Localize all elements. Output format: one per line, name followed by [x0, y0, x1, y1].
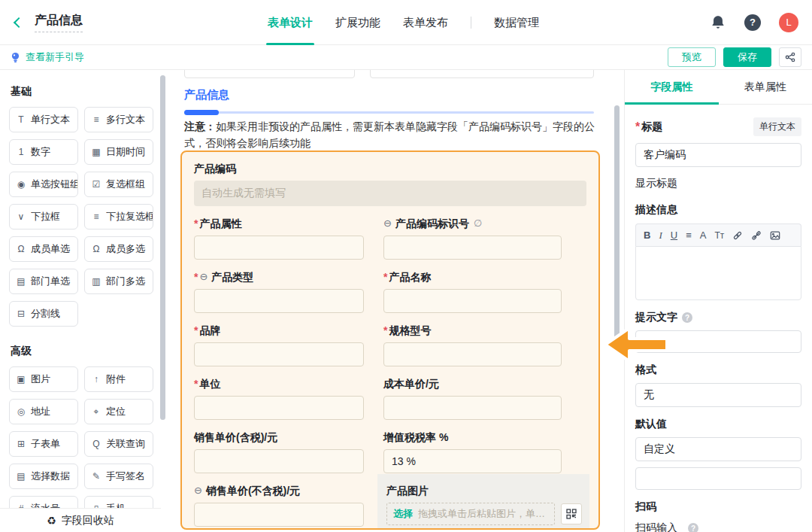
preview-button[interactable]: 预览	[668, 47, 716, 67]
dropdown-icon: ∨	[16, 211, 26, 222]
canvas-scrollbar[interactable]	[614, 105, 620, 339]
canvas-section-title[interactable]: 产品信息	[184, 88, 229, 102]
field-type-department-single[interactable]: ▤部门单选	[9, 269, 78, 294]
scan-section-label: 扫码	[635, 500, 656, 514]
field-type-attachment[interactable]: ↑附件	[84, 366, 153, 392]
lightbulb-icon	[11, 52, 20, 63]
app-header: 产品信息 表单设计 扩展功能 表单发布 数据管理 ? L	[0, 0, 812, 45]
tab-field-properties[interactable]: 字段属性	[625, 70, 719, 104]
field-type-signature[interactable]: ✎手写签名	[84, 464, 153, 489]
vat-rate-input[interactable]	[383, 449, 562, 473]
product-info-group-selected[interactable]: 产品编码 自动生成无需填写 *产品属性 ⊖产品编码标识号∅ *⊖产品类型 *产品…	[180, 150, 600, 530]
chevron-left-icon	[14, 17, 24, 27]
clipped-input-left[interactable]	[184, 70, 355, 78]
field-type-location[interactable]: ⌖定位	[84, 399, 153, 424]
product-code-input-disabled: 自动生成无需填写	[194, 181, 586, 206]
field-type-radio-group[interactable]: ◉单选按钮组	[9, 172, 78, 197]
tab-data-management[interactable]: 数据管理	[494, 0, 539, 45]
field-type-number[interactable]: 1数字	[9, 139, 78, 165]
field-type-dropdown[interactable]: ∨下拉框	[9, 204, 78, 230]
avatar[interactable]: L	[779, 13, 798, 32]
qr-scan-button[interactable]	[561, 503, 582, 524]
save-button[interactable]: 保存	[723, 47, 771, 67]
share-button[interactable]	[779, 47, 801, 67]
database-icon: ▤	[16, 471, 26, 482]
field-type-select-data[interactable]: ▤选择数据	[9, 464, 78, 489]
product-type-select[interactable]	[194, 289, 364, 313]
default-value-input[interactable]	[635, 467, 801, 490]
tab-form-publish[interactable]: 表单发布	[403, 0, 448, 45]
upload-select-link[interactable]: 选择	[393, 507, 413, 521]
field-label-spec-model: *规格型号	[383, 323, 586, 338]
link-icon: ⊖	[199, 269, 208, 284]
field-type-dropdown-multi[interactable]: ≡下拉复选框	[84, 204, 153, 230]
properties-panel: 字段属性 表单属性 * 标题 单行文本 显示标题 描述信息 B I U ≡ A …	[624, 70, 812, 532]
product-attribute-select[interactable]	[194, 236, 364, 260]
field-type-subform[interactable]: ⊞子表单	[9, 431, 78, 457]
sale-price-untaxed-input[interactable]	[194, 503, 364, 527]
field-type-single-line-text[interactable]: T单行文本	[9, 107, 78, 132]
upload-icon: ↑	[91, 374, 102, 385]
field-type-address[interactable]: ◎地址	[9, 399, 78, 424]
title-value-input[interactable]	[635, 143, 801, 167]
show-title-label: 显示标题	[635, 177, 677, 190]
richtext-toolbar: B I U ≡ A Tт	[635, 223, 801, 246]
field-type-related-query[interactable]: Q关联查询	[84, 431, 153, 457]
department-icon: ▤	[16, 276, 26, 287]
unit-select[interactable]	[194, 396, 364, 420]
field-type-member-single[interactable]: Ω成员单选	[9, 236, 78, 262]
italic-icon[interactable]: I	[659, 230, 662, 242]
field-label-product-image: 产品图片	[386, 483, 582, 498]
product-name-input[interactable]	[383, 289, 562, 313]
clipped-input-right[interactable]	[370, 70, 594, 78]
back-button[interactable]	[12, 16, 26, 29]
link-icon[interactable]	[732, 230, 743, 241]
font-color-icon[interactable]: A	[700, 230, 707, 241]
tab-form-design[interactable]: 表单设计	[268, 0, 313, 45]
bold-icon[interactable]: B	[644, 230, 650, 241]
brand-input[interactable]	[194, 342, 364, 366]
align-icon[interactable]: ≡	[686, 230, 692, 241]
qr-code-icon	[566, 509, 577, 519]
field-type-divider[interactable]: ⊟分割线	[9, 301, 78, 327]
field-label-product-code-id: ⊖产品编码标识号∅	[383, 216, 586, 231]
form-title[interactable]: 产品信息	[35, 13, 83, 32]
field-type-multi-line-text[interactable]: ≡多行文本	[84, 107, 153, 132]
radio-icon: ◉	[16, 179, 26, 190]
spec-model-input[interactable]	[383, 342, 562, 366]
hint-text-input[interactable]	[635, 330, 801, 353]
field-recycle-bin[interactable]: ♻ 字段回收站	[0, 508, 161, 532]
product-code-id-input[interactable]	[383, 236, 562, 260]
link-icon: ⊖	[383, 216, 392, 231]
field-type-datetime[interactable]: ▦日期时间	[84, 139, 153, 165]
field-type-checkbox-group[interactable]: ☑复选框组	[84, 172, 153, 197]
question-icon[interactable]: ?	[682, 312, 692, 323]
image-upload-dropzone[interactable]: 选择 拖拽或单击后粘贴图片，单张...	[386, 503, 555, 525]
sale-price-taxed-input[interactable]	[194, 449, 364, 473]
format-select[interactable]: 无	[635, 383, 801, 407]
members-icon: Ω	[91, 244, 102, 254]
field-type-chip[interactable]: 单行文本	[753, 117, 801, 136]
underline-icon[interactable]: U	[671, 230, 677, 241]
checkbox-icon: ☑	[91, 179, 102, 190]
question-icon[interactable]: ?	[688, 523, 698, 532]
tab-divider	[471, 17, 471, 29]
cost-price-input[interactable]	[383, 396, 562, 420]
section-notice: 注意：如果采用非预设的产品属性，需更新本表单隐藏字段「产品编码标识号」字段的公式…	[184, 119, 599, 151]
tab-extensions[interactable]: 扩展功能	[335, 0, 380, 45]
field-type-image[interactable]: ▣图片	[9, 366, 78, 392]
description-editor[interactable]	[635, 246, 801, 300]
field-type-department-multi[interactable]: ▥部门多选	[84, 269, 153, 294]
notification-bell-icon[interactable]	[710, 14, 726, 31]
unlink-icon[interactable]	[751, 230, 762, 241]
tab-form-properties[interactable]: 表单属性	[719, 70, 812, 104]
sidebar-scrollbar[interactable]	[160, 75, 165, 420]
basic-section-title: 基础	[11, 85, 152, 99]
default-value-select[interactable]: 自定义	[635, 437, 801, 461]
font-size-icon[interactable]: Tт	[714, 230, 724, 241]
field-palette-sidebar: 基础 T单行文本 ≡多行文本 1数字 ▦日期时间 ◉单选按钮组 ☑复选框组 ∨下…	[0, 70, 161, 532]
field-type-member-multi[interactable]: Ω成员多选	[84, 236, 153, 262]
help-icon[interactable]: ?	[744, 14, 761, 31]
beginner-guide-link[interactable]: 查看新手引导	[11, 50, 84, 64]
insert-image-icon[interactable]	[770, 230, 780, 241]
